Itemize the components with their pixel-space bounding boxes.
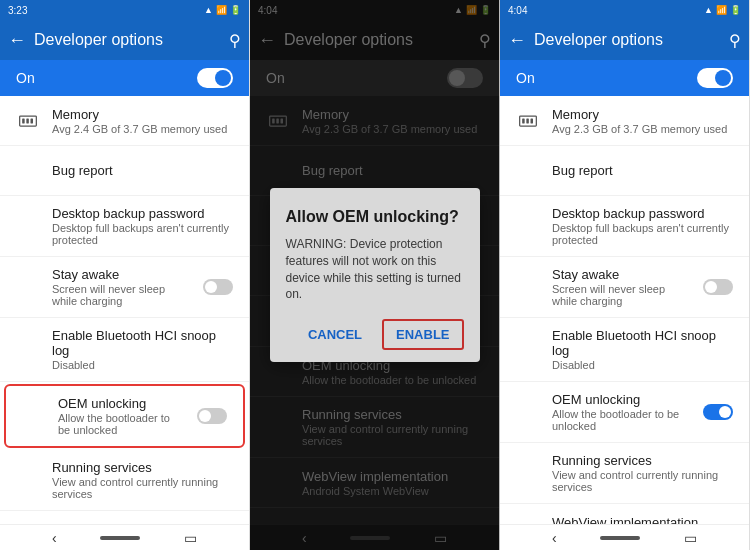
setting-subtitle: Desktop full backups aren't currently pr… [52, 222, 233, 246]
oem-unlock-dialog: Allow OEM unlocking? WARNING: Device pro… [270, 188, 480, 362]
setting-text: Enable Bluetooth HCI snoop log Disabled [552, 328, 733, 371]
nav-recents-icon[interactable]: ▭ [684, 530, 697, 546]
settings-list: Memory Avg 2.3 GB of 3.7 GB memory used … [500, 96, 749, 524]
toggle-label: On [516, 70, 535, 86]
setting-item-4[interactable]: Enable Bluetooth HCI snoop log Disabled [500, 318, 749, 382]
dialog-overlay: Allow OEM unlocking? WARNING: Device pro… [250, 0, 499, 550]
setting-title: Running services [552, 453, 733, 468]
setting-subtitle: View and control currently running servi… [52, 476, 233, 500]
setting-subtitle: Disabled [552, 359, 733, 371]
setting-subtitle: Screen will never sleep while charging [552, 283, 691, 307]
master-toggle[interactable] [697, 68, 733, 88]
setting-item-2[interactable]: Desktop backup password Desktop full bac… [0, 196, 249, 257]
setting-text: Desktop backup password Desktop full bac… [52, 206, 233, 246]
nav-home-pill[interactable] [600, 536, 640, 540]
item-toggle[interactable] [203, 279, 233, 295]
dialog-title: Allow OEM unlocking? [286, 208, 464, 226]
setting-item-5[interactable]: OEM unlocking Allow the bootloader to be… [500, 382, 749, 443]
enable-button[interactable]: Enable [382, 319, 463, 350]
memory-icon [516, 109, 540, 133]
setting-title: Running services [52, 460, 233, 475]
battery-icon: 🔋 [230, 5, 241, 15]
signal-icon: ▲ [704, 5, 713, 15]
setting-item-1[interactable]: Bug report [0, 146, 249, 196]
status-icons: ▲ 📶 🔋 [204, 5, 241, 15]
setting-title: Memory [52, 107, 233, 122]
setting-text: Running services View and control curren… [52, 460, 233, 500]
setting-item-6[interactable]: Running services View and control curren… [0, 450, 249, 511]
search-icon[interactable]: ⚲ [229, 31, 241, 50]
setting-text: Bug report [552, 163, 733, 178]
item-toggle[interactable] [703, 279, 733, 295]
cancel-button[interactable]: Cancel [296, 319, 374, 350]
developer-options-toggle-row: On [0, 60, 249, 96]
nav-bar: ‹ ▭ [0, 524, 249, 550]
setting-subtitle: Allow the bootloader to be unlocked [552, 408, 691, 432]
page-title: Developer options [34, 31, 221, 49]
status-icons: ▲ 📶 🔋 [704, 5, 741, 15]
setting-text: OEM unlocking Allow the bootloader to be… [552, 392, 691, 432]
nav-home-pill[interactable] [100, 536, 140, 540]
settings-list: Memory Avg 2.4 GB of 3.7 GB memory used … [0, 96, 249, 524]
panel-left: 3:23 ▲ 📶 🔋 ← Developer options ⚲ On Memo… [0, 0, 250, 550]
setting-text: Memory Avg 2.4 GB of 3.7 GB memory used [52, 107, 233, 135]
setting-text: Desktop backup password Desktop full bac… [552, 206, 733, 246]
setting-text: Stay awake Screen will never sleep while… [552, 267, 691, 307]
svg-rect-2 [26, 118, 29, 123]
item-toggle[interactable] [197, 408, 227, 424]
svg-rect-9 [522, 118, 525, 123]
svg-rect-11 [531, 118, 534, 123]
setting-title: OEM unlocking [58, 396, 185, 411]
setting-item-4[interactable]: Enable Bluetooth HCI snoop log Disabled [0, 318, 249, 382]
setting-item-1[interactable]: Bug report [500, 146, 749, 196]
setting-item-2[interactable]: Desktop backup password Desktop full bac… [500, 196, 749, 257]
nav-recents-icon[interactable]: ▭ [184, 530, 197, 546]
master-toggle[interactable] [197, 68, 233, 88]
setting-title: OEM unlocking [552, 392, 691, 407]
setting-text: Memory Avg 2.3 GB of 3.7 GB memory used [552, 107, 733, 135]
setting-item-7[interactable]: WebView implementation Android System We… [500, 504, 749, 524]
toggle-label: On [16, 70, 35, 86]
setting-item-6[interactable]: Running services View and control curren… [500, 443, 749, 504]
developer-options-toggle-row: On [500, 60, 749, 96]
svg-rect-1 [22, 118, 25, 123]
back-button[interactable]: ← [508, 30, 526, 51]
status-bar: 4:04 ▲ 📶 🔋 [500, 0, 749, 20]
wifi-icon: 📶 [216, 5, 227, 15]
wifi-icon: 📶 [716, 5, 727, 15]
setting-title: Enable Bluetooth HCI snoop log [552, 328, 733, 358]
setting-text: Stay awake Screen will never sleep while… [52, 267, 191, 307]
setting-text: Enable Bluetooth HCI snoop log Disabled [52, 328, 233, 371]
setting-item-3[interactable]: Stay awake Screen will never sleep while… [500, 257, 749, 318]
back-button[interactable]: ← [8, 30, 26, 51]
memory-icon [16, 109, 40, 133]
battery-icon: 🔋 [730, 5, 741, 15]
setting-item-3[interactable]: Stay awake Screen will never sleep while… [0, 257, 249, 318]
setting-item-7[interactable]: WebView implementation Android System We… [0, 511, 249, 524]
setting-title: WebView implementation [552, 515, 733, 525]
setting-text: Running services View and control curren… [552, 453, 733, 493]
item-toggle[interactable] [703, 404, 733, 420]
setting-subtitle: Avg 2.4 GB of 3.7 GB memory used [52, 123, 233, 135]
nav-back-icon[interactable]: ‹ [52, 530, 57, 546]
search-icon[interactable]: ⚲ [729, 31, 741, 50]
panel-middle: 4:04 ▲ 📶 🔋 ← Developer options ⚲ On Memo… [250, 0, 500, 550]
setting-title: Desktop backup password [552, 206, 733, 221]
nav-back-icon[interactable]: ‹ [552, 530, 557, 546]
setting-title: Desktop backup password [52, 206, 233, 221]
title-bar: ← Developer options ⚲ [500, 20, 749, 60]
setting-subtitle: Screen will never sleep while charging [52, 283, 191, 307]
signal-icon: ▲ [204, 5, 213, 15]
setting-item-5[interactable]: OEM unlocking Allow the bootloader to be… [4, 384, 245, 448]
setting-item-0[interactable]: Memory Avg 2.4 GB of 3.7 GB memory used [0, 96, 249, 146]
title-bar: ← Developer options ⚲ [0, 20, 249, 60]
setting-text: WebView implementation Android System We… [552, 515, 733, 525]
svg-rect-3 [31, 118, 34, 123]
setting-title: Stay awake [552, 267, 691, 282]
setting-text: Bug report [52, 163, 233, 178]
setting-subtitle: View and control currently running servi… [552, 469, 733, 493]
setting-item-0[interactable]: Memory Avg 2.3 GB of 3.7 GB memory used [500, 96, 749, 146]
setting-title: Stay awake [52, 267, 191, 282]
setting-subtitle: Avg 2.3 GB of 3.7 GB memory used [552, 123, 733, 135]
dialog-buttons: Cancel Enable [286, 319, 464, 350]
